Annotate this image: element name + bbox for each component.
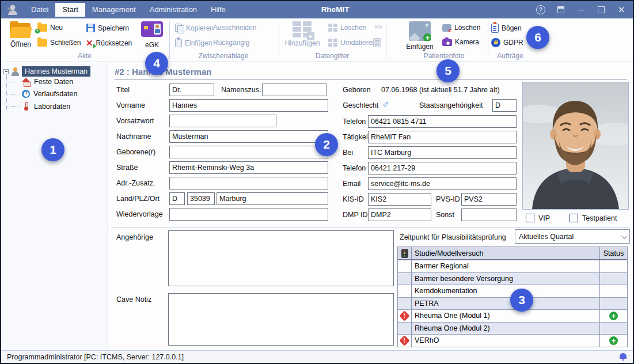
tree-item-verlaufsdaten[interactable]: Verlaufsdaten: [22, 90, 77, 98]
tree-item-label: Labordaten: [34, 103, 70, 111]
photo-delete-button[interactable]: ✕ Löschen: [442, 24, 480, 32]
tree-expander[interactable]: [3, 69, 9, 74]
annotation-badge-1: 1: [41, 138, 64, 161]
email-input[interactable]: [368, 177, 517, 190]
title-bar: Datei Start Management Administration Hi…: [1, 1, 633, 18]
grid-add-button[interactable]: + Hinzufügen: [283, 21, 321, 47]
bei-input[interactable]: [368, 146, 517, 159]
gdpr-button[interactable]: GDPR: [491, 38, 523, 47]
tree-connector: [6, 74, 7, 112]
photo-insert-button[interactable]: + Einfügen: [403, 21, 436, 51]
camera-button[interactable]: Kamera: [442, 37, 479, 46]
close-record-label: Schließen: [50, 39, 81, 47]
reset-button[interactable]: ✕ Rücksetzen: [86, 39, 132, 47]
vorsatzwort-input[interactable]: [169, 115, 276, 127]
sonst-input[interactable]: [461, 208, 517, 221]
titel-input[interactable]: [169, 84, 214, 96]
geborene-input[interactable]: [169, 146, 328, 158]
warning-icon: !: [399, 310, 409, 321]
gdpr-label: GDPR: [503, 39, 523, 47]
group-separator: [169, 21, 170, 59]
vorname-label: Vorname: [116, 101, 145, 109]
titel-label: Titel: [116, 86, 130, 94]
strasse-input[interactable]: [169, 161, 328, 174]
open-record-button[interactable]: Öffnen: [6, 21, 36, 48]
help-button[interactable]: ?: [535, 4, 546, 16]
plz-input[interactable]: [187, 192, 215, 205]
telefon1-label: Telefon: [343, 117, 366, 126]
wiedervorlage-input[interactable]: [169, 208, 328, 221]
annotation-badge-2: 2: [315, 133, 338, 156]
namenszus-input[interactable]: [262, 84, 327, 96]
new-record-button[interactable]: + Neu: [37, 24, 63, 32]
table-row[interactable]: Rheuma One (Modul 2): [398, 322, 627, 335]
copy-button[interactable]: Kopieren: [175, 24, 214, 32]
copy-label: Kopieren: [186, 24, 214, 32]
dmpid-input[interactable]: [368, 208, 431, 221]
add-study-icon[interactable]: +: [609, 312, 618, 320]
tree-item-feste-daten[interactable]: Feste Daten: [22, 78, 73, 86]
undo-button[interactable]: Rückgängig: [213, 39, 249, 47]
grid-redate-label: Umdatieren: [340, 39, 376, 47]
landplzort-label: Land/PLZ/Ort: [116, 195, 160, 203]
maximize-icon: [598, 6, 605, 13]
tree-connector: [7, 82, 20, 82]
geboren-label: Geboren: [343, 86, 371, 94]
annotation-badge-3: 3: [510, 289, 533, 312]
egk-button[interactable]: eGK: [138, 21, 166, 49]
maximize-button[interactable]: [595, 4, 607, 16]
grid-delete-button[interactable]: Löschen: [328, 24, 366, 32]
dock-icon: [557, 6, 564, 13]
tree-item-patient[interactable]: Hannes Musterman: [22, 66, 90, 77]
column-header-study[interactable]: Studie/Modellversuch: [412, 247, 600, 259]
dock-button[interactable]: [555, 4, 567, 16]
menu-administration[interactable]: Administration: [143, 3, 204, 17]
collapse-icon[interactable]: ✕✕: [374, 25, 382, 29]
table-row[interactable]: Barmer besondere Versorgung: [398, 272, 627, 285]
notification-bell-icon[interactable]: [619, 352, 627, 361]
vip-checkbox[interactable]: [526, 214, 534, 222]
kisid-input[interactable]: [368, 193, 431, 206]
study-name: Barmer Regional: [412, 260, 600, 272]
pvsid-input[interactable]: [461, 193, 517, 206]
study-name: PETRA: [412, 298, 600, 310]
land-input[interactable]: [169, 192, 185, 205]
plausibilitaet-dropdown[interactable]: Aktuelles Quartal: [515, 229, 630, 244]
ort-input[interactable]: [217, 192, 328, 205]
angehoerige-textarea[interactable]: [168, 230, 394, 286]
menu-hilfe[interactable]: Hilfe: [204, 3, 233, 17]
menu-management[interactable]: Management: [85, 3, 143, 17]
menu-datei[interactable]: Datei: [24, 3, 55, 17]
table-row[interactable]: ! Rheuma One (Modul 1) +: [398, 309, 627, 322]
telefon1-input[interactable]: [368, 115, 517, 128]
save-button[interactable]: Speichern: [86, 24, 129, 32]
testpatient-checkbox[interactable]: [570, 214, 578, 222]
cavenotiz-textarea[interactable]: [168, 293, 394, 346]
tree-item-labordaten[interactable]: Labordaten: [22, 102, 70, 111]
menu-start[interactable]: Start: [55, 3, 85, 17]
paste-label: Einfügen: [185, 39, 212, 47]
forms-button[interactable]: Bögen: [491, 24, 522, 33]
paste-button[interactable]: Einfügen: [175, 39, 212, 47]
close-record-button[interactable]: Schließen: [37, 39, 81, 47]
telefon2-input[interactable]: [368, 162, 517, 175]
adrzusatz-input[interactable]: [169, 177, 328, 189]
cut-button[interactable]: Ausschneiden: [213, 24, 256, 32]
taetigkeit-input[interactable]: [368, 131, 517, 143]
table-row[interactable]: ! VERhO +: [398, 334, 627, 347]
minimize-button[interactable]: [575, 4, 587, 16]
add-study-icon[interactable]: +: [609, 336, 618, 345]
bei-label: Bei: [343, 149, 353, 157]
new-record-label: Neu: [50, 24, 63, 32]
wiedervorlage-label: Wiedervorlage: [116, 210, 163, 218]
reset-label: Rücksetzen: [96, 39, 132, 47]
calculator-icon[interactable]: [373, 38, 381, 47]
grid-redate-button[interactable]: Umdatieren: [328, 39, 376, 47]
nachname-input[interactable]: [169, 130, 328, 143]
staatsang-input[interactable]: [492, 99, 517, 112]
vorname-input[interactable]: [169, 99, 328, 112]
study-table-header: Studie/Modellversuch Status: [398, 247, 627, 260]
close-button[interactable]: ✕: [616, 4, 627, 16]
table-row[interactable]: Barmer Regional: [398, 260, 627, 272]
column-header-status[interactable]: Status: [600, 247, 627, 259]
